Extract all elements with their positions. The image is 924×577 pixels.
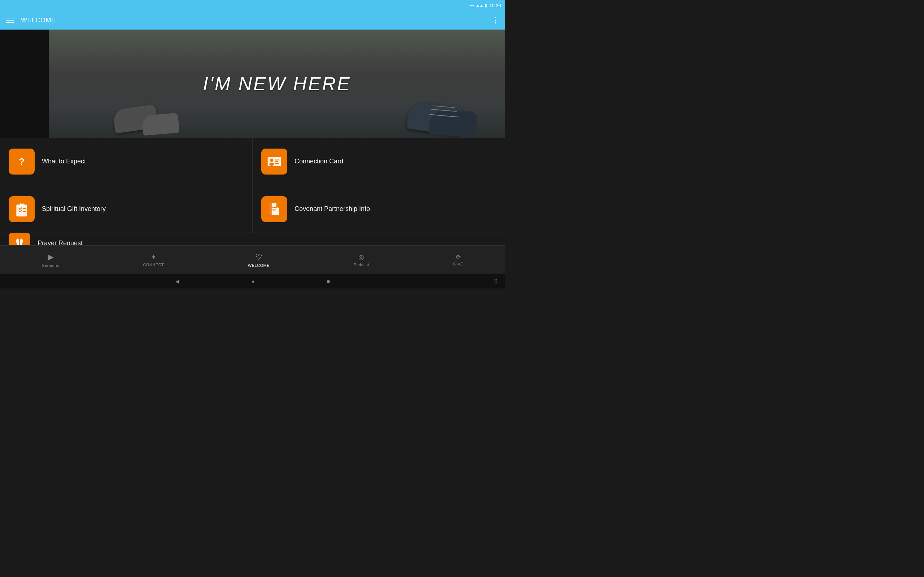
connection-card-label: Connection Card	[294, 158, 343, 165]
back-button[interactable]: ◀	[175, 279, 179, 284]
podcast-label: Podcast	[354, 263, 369, 267]
what-to-expect-item[interactable]: ? What to Expect	[0, 138, 253, 185]
svg-text:?: ?	[19, 156, 24, 167]
hero-overlay: I'M NEW HERE	[49, 29, 505, 138]
welcome-icon: ♡	[255, 253, 262, 262]
keyboard-icon: ⠿	[494, 278, 498, 285]
hero-text: I'M NEW HERE	[203, 73, 351, 95]
nav-podcast[interactable]: ◎ Podcast	[347, 250, 376, 270]
menu-button[interactable]	[6, 18, 14, 23]
what-to-expect-label: What to Expect	[42, 158, 86, 165]
sermons-label: Sermons	[42, 263, 59, 268]
hero-image: I'M NEW HERE	[49, 29, 505, 138]
welcome-label: WELCOME	[248, 263, 270, 268]
wifi-icon: ▾▾	[470, 3, 474, 8]
covenant-partnership-icon	[261, 196, 287, 222]
connect-label: CONNECT	[143, 263, 164, 267]
spiritual-gift-item[interactable]: Spiritual Gift Inventory	[0, 185, 253, 233]
podcast-icon: ◎	[359, 253, 364, 261]
bottom-nav: ▶ Sermons ✦ CONNECT ♡ WELCOME ◎ Podcast …	[0, 245, 505, 274]
nav-connect[interactable]: ✦ CONNECT	[136, 250, 171, 270]
more-options-icon[interactable]: ⋮	[492, 16, 499, 25]
connect-icon: ✦	[151, 253, 156, 261]
svg-rect-10	[21, 203, 23, 204]
svg-rect-5	[275, 160, 280, 160]
recent-button[interactable]: ■	[327, 279, 330, 284]
covenant-partnership-item[interactable]: Covenant Partnership Info	[253, 185, 505, 233]
svg-rect-18	[273, 210, 276, 211]
spiritual-gift-label: Spiritual Gift Inventory	[42, 205, 106, 213]
svg-rect-14	[270, 203, 272, 215]
signal-icon: ▲▲	[476, 3, 484, 8]
battery-icon: ▮	[485, 3, 487, 8]
svg-rect-12	[23, 211, 26, 211]
nav-give[interactable]: ⟳ GIVE	[446, 251, 470, 269]
nav-sermons[interactable]: ▶ Sermons	[35, 250, 66, 271]
content-grid: ? What to Expect Connection Card	[0, 138, 505, 259]
status-icons: ▾▾ ▲▲ ▮	[470, 3, 487, 8]
status-bar: ▾▾ ▲▲ ▮ 10:26	[0, 0, 505, 11]
android-nav: ◀ ● ■ ⠿	[0, 274, 505, 288]
nav-welcome[interactable]: ♡ WELCOME	[241, 250, 277, 271]
give-label: GIVE	[453, 262, 463, 266]
connection-card-icon	[261, 148, 287, 174]
covenant-partnership-label: Covenant Partnership Info	[294, 205, 370, 213]
svg-rect-7	[275, 163, 279, 163]
svg-rect-11	[23, 208, 26, 209]
page-title: WELCOME	[21, 16, 492, 24]
svg-rect-6	[275, 161, 278, 162]
sermons-icon: ▶	[48, 253, 54, 262]
home-button[interactable]: ●	[252, 279, 254, 284]
toolbar: WELCOME ⋮	[0, 11, 505, 29]
connection-card-item[interactable]: Connection Card	[253, 138, 505, 185]
spiritual-gift-icon	[9, 196, 35, 222]
status-time: 10:26	[489, 3, 501, 8]
svg-point-4	[269, 162, 274, 166]
give-icon: ⟳	[456, 253, 460, 260]
svg-rect-16	[273, 207, 277, 208]
what-to-expect-icon: ?	[9, 148, 35, 174]
svg-point-3	[270, 158, 273, 161]
svg-rect-17	[273, 209, 276, 210]
